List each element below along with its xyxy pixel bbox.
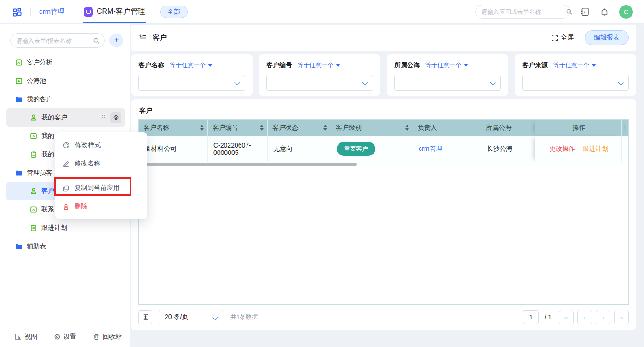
filter-field-label: 所属公海 [394, 61, 420, 69]
owner-link[interactable]: crm管理 [419, 145, 442, 153]
filter-bar: 客户名称 等于任意一个 客户编号 等于任意一个 所属公海 等于任意一个 客户来源… [131, 54, 636, 96]
sidebar-folder-my-customers[interactable]: 我的客户 [6, 90, 125, 108]
column-header-customer-name[interactable]: 客户名称 [139, 120, 208, 136]
clipboard-icon [30, 224, 37, 232]
menu-item-copy-to-app[interactable]: 复制到当前应用 [55, 179, 147, 197]
drag-handle-icon[interactable] [102, 115, 106, 120]
menu-item-delete[interactable]: 删除 [55, 197, 147, 216]
table-header-row: 客户名称 客户编号 客户状态 客户级别 负责人 所属公海 操作 ⋮ [139, 120, 628, 136]
sidebar-search[interactable] [10, 33, 105, 48]
folder-icon [15, 96, 23, 103]
filter-operator[interactable]: 等于任意一个 [298, 61, 340, 69]
filter-operator[interactable]: 等于任意一个 [553, 61, 596, 69]
filter-operator[interactable]: 等于任意一个 [426, 61, 468, 69]
fullscreen-button[interactable]: 全屏 [551, 34, 574, 42]
chevron-down-icon [362, 80, 368, 85]
person-icon [30, 188, 37, 195]
sidebar-item-label: 客户 [41, 187, 54, 195]
fullscreen-label: 全屏 [561, 34, 574, 42]
table-row[interactable]: 量材料公司 C-20220607-0000005 无意向 重要客户 crm管理 … [139, 136, 628, 162]
prev-page-button[interactable]: ‹ [577, 310, 592, 324]
sidebar-item-label: 我的客户 [27, 95, 52, 103]
menu-item-label: 修改名称 [75, 159, 100, 168]
column-settings-icon[interactable]: ⋮ [622, 120, 628, 136]
cell-settings [622, 136, 628, 162]
report-icon: A [15, 77, 23, 85]
scrollbar-thumb[interactable] [140, 163, 357, 166]
row-height-button[interactable] [138, 310, 152, 324]
menu-item-label: 删除 [75, 202, 87, 210]
change-action-link[interactable]: 更改操作 [550, 145, 575, 153]
add-form-button[interactable]: + [109, 34, 123, 47]
expand-rows-icon [142, 314, 149, 321]
column-header-owner[interactable]: 负责人 [413, 120, 481, 136]
first-page-button[interactable]: « [559, 310, 574, 324]
cell-level: 重要客户 [331, 136, 413, 162]
sidebar-item-label: 管理员客 [27, 169, 52, 177]
divider [30, 8, 31, 16]
filter-value-select[interactable] [266, 75, 373, 91]
cell-actions: 更改操作 跟进计划 [535, 136, 622, 162]
collapse-sidebar-icon[interactable] [138, 34, 147, 42]
sidebar-search-input[interactable] [16, 37, 90, 44]
horizontal-scrollbar[interactable] [139, 162, 628, 166]
item-settings-gear-icon[interactable] [110, 112, 121, 123]
cell-customer-name[interactable]: 量材料公司 [139, 136, 208, 162]
cell-status: 无意向 [268, 136, 331, 162]
sidebar-item-label: 客户分析 [27, 58, 52, 67]
sidebar-item-follow-up-plan[interactable]: 跟进计划 [6, 219, 125, 237]
next-page-button[interactable]: › [596, 310, 610, 324]
contacts-icon[interactable]: A [580, 7, 590, 17]
filter-value-select[interactable] [394, 75, 501, 91]
settings-button[interactable]: 设置 [54, 333, 76, 341]
menu-item-rename[interactable]: 修改名称 [55, 154, 147, 173]
views-button[interactable]: 视图 [15, 333, 37, 341]
page-number-input[interactable] [523, 310, 539, 324]
folder-icon [15, 169, 23, 176]
column-header-pool[interactable]: 所属公海 [481, 120, 535, 136]
person-icon [30, 114, 37, 121]
column-header-level[interactable]: 客户级别 [331, 120, 413, 136]
total-count-text: 共1条数据 [230, 313, 258, 321]
sort-icon[interactable] [402, 125, 409, 131]
sort-icon[interactable] [257, 125, 264, 131]
scope-all-button[interactable]: 全部 [160, 6, 188, 18]
edit-report-button[interactable]: 编辑报表 [585, 30, 629, 45]
page-size-select[interactable]: 20 条/页 [159, 310, 223, 324]
menu-divider [55, 176, 147, 176]
chevron-down-icon [490, 80, 495, 85]
sidebar-item-customer-analysis[interactable]: A 客户分析 [6, 53, 125, 72]
app-launcher-icon[interactable] [12, 7, 22, 17]
palette-icon [63, 142, 70, 149]
page-title: 客户 [153, 34, 167, 42]
caret-down-icon [464, 64, 468, 67]
sidebar-item-label: 我的 [41, 150, 54, 159]
filter-value-select[interactable] [522, 75, 629, 91]
last-page-button[interactable]: » [614, 310, 629, 324]
filter-value-select[interactable] [138, 75, 245, 91]
sort-icon[interactable] [321, 125, 327, 131]
clipboard-icon [30, 151, 37, 158]
workspace-link[interactable]: crm管理 [39, 7, 64, 16]
column-header-customer-no[interactable]: 客户编号 [208, 120, 268, 136]
search-icon [93, 37, 100, 44]
column-header-status[interactable]: 客户状态 [268, 120, 331, 136]
column-header-actions: 操作 [535, 120, 622, 136]
notifications-bell-icon[interactable] [600, 7, 609, 17]
sort-icon[interactable] [197, 125, 204, 131]
user-avatar[interactable]: C [619, 5, 633, 19]
recycle-bin-button[interactable]: 回收站 [93, 333, 122, 341]
tab-crm-app[interactable]: CRM-客户管理 [84, 0, 145, 23]
follow-plan-link[interactable]: 跟进计划 [583, 145, 609, 153]
menu-item-modify-style[interactable]: 修改样式 [55, 136, 147, 154]
sidebar-folder-auxiliary-tables[interactable]: 辅助表 [6, 237, 125, 256]
filter-operator[interactable]: 等于任意一个 [170, 61, 213, 69]
svg-text:A: A [584, 9, 587, 14]
tab-label: CRM-客户管理 [97, 7, 145, 17]
global-search[interactable] [475, 5, 570, 19]
caret-down-icon [336, 64, 340, 67]
filter-field-label: 客户名称 [138, 61, 164, 69]
sidebar-item-public-pool[interactable]: A 公海池 [6, 72, 125, 90]
global-search-input[interactable] [481, 8, 562, 15]
sidebar-item-my-customers-form[interactable]: 我的客户 [6, 108, 125, 127]
